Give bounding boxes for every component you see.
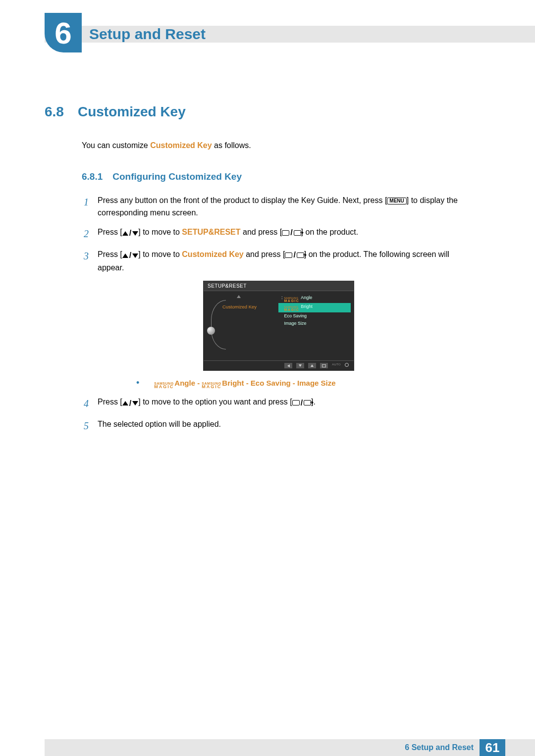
intro-pre: You can customize (82, 141, 150, 150)
opt-angle: Angle (174, 379, 195, 387)
select-enter-icon: / (292, 397, 311, 409)
samsung-magic-logo: SAMSUNG MAGIC (202, 383, 221, 388)
step2-mid2: and press [ (241, 228, 282, 236)
step-text: Press any button on the front of the pro… (98, 195, 476, 219)
osd-nav-enter (320, 363, 328, 368)
samsung-magic-logo: SAMSUNG MAGIC (154, 383, 174, 388)
osd-option-label: Image Size (284, 321, 307, 327)
up-icon (311, 364, 314, 367)
page-footer: 6 Setup and Reset 61 (45, 739, 535, 756)
osd-body: Customized Key : SAMSUNG MAGIC Angle (204, 291, 354, 360)
osd-left-panel: Customized Key (204, 291, 275, 360)
enter-icon (322, 364, 326, 367)
step-text: Press [/] to move to SETUP&RESET and pre… (98, 226, 476, 242)
step-2: 2 Press [/] to move to SETUP&RESET and p… (82, 226, 476, 242)
triangle-down-icon (132, 231, 138, 236)
step-number: 3 (82, 249, 89, 274)
osd-option-magic-bright: : SAMSUNG MAGIC Bright (278, 303, 351, 312)
select-enter-icon: / (282, 227, 301, 239)
section-title: Customized Key (78, 104, 186, 120)
osd-nav-down (296, 363, 304, 368)
step-number: 2 (82, 226, 89, 242)
subsection-number: 6.8.1 (82, 171, 103, 182)
enter-icon (294, 230, 301, 236)
step-text: The selected option will be applied. (98, 418, 476, 434)
subsection-title: Configuring Customized Key (112, 171, 242, 182)
section-intro: You can customize Customized Key as foll… (82, 140, 476, 151)
footer-chapter: 6 Setup and Reset (405, 743, 474, 752)
manual-page: Setup and Reset 6 6.8 Customized Key You… (0, 15, 535, 756)
osd-option-eco-saving: : Eco Saving (278, 312, 351, 320)
samsung-magic-logo: SAMSUNG MAGIC (284, 306, 300, 311)
up-down-icon: / (122, 227, 138, 240)
rect-icon (285, 252, 292, 258)
select-enter-icon: / (285, 249, 304, 261)
osd-nav-power (345, 363, 349, 368)
step-1: 1 Press any button on the front of the p… (82, 195, 476, 219)
step-3: 3 Press [/] to move to Customized Key an… (82, 249, 476, 274)
step-text: Press [/] to move to Customized Key and … (98, 249, 476, 274)
menu-button-icon: MENU (387, 198, 406, 204)
section-heading: 6.8 Customized Key (45, 104, 476, 120)
options-bullet: • SAMSUNG MAGIC Angle - SAMSUNG MAGIC Br… (136, 379, 476, 388)
enter-icon (304, 400, 311, 405)
osd-option-label: Bright (301, 304, 313, 310)
step3-mid2: and press [ (244, 250, 285, 258)
intro-bold: Customized Key (150, 141, 212, 150)
opt-bright: Bright (222, 379, 244, 387)
customized-key-label: Customized Key (182, 250, 243, 258)
subsection-heading: 6.8.1 Configuring Customized Key (82, 171, 476, 182)
step-text: Press [/] to move to the option you want… (98, 396, 476, 411)
step3-mid1: ] to move to (138, 250, 182, 258)
osd-nav-up (308, 363, 316, 368)
step3-pre: Press [ (98, 250, 122, 258)
setup-reset-label: SETUP&RESET (182, 228, 240, 236)
osd-options-panel: : SAMSUNG MAGIC Angle : SAMSUNG MAGIC (275, 291, 354, 360)
triangle-down-icon (132, 401, 138, 405)
chapter-header: Setup and Reset 6 (0, 15, 535, 54)
osd-colon: : (281, 295, 283, 301)
step-number: 4 (82, 396, 89, 411)
bullet-icon: • (136, 380, 139, 386)
osd-up-arrow-icon (237, 295, 241, 298)
options-list: SAMSUNG MAGIC Angle - SAMSUNG MAGIC Brig… (154, 379, 335, 388)
step-number: 5 (82, 418, 89, 434)
step-4: 4 Press [/] to move to the option you wa… (82, 396, 476, 411)
osd-nav-back (284, 363, 292, 368)
osd-navbar: AUTO (204, 360, 354, 370)
triangle-up-icon (122, 231, 128, 236)
page-number: 61 (480, 739, 505, 756)
chapter-title-bar: Setup and Reset (45, 26, 535, 43)
back-icon (287, 364, 290, 367)
opt-size: Image Size (297, 379, 336, 387)
steps-list: 1 Press any button on the front of the p… (82, 195, 476, 434)
step2-pre: Press [ (98, 228, 122, 236)
step-number: 1 (82, 195, 89, 219)
triangle-up-icon (122, 253, 128, 258)
up-down-icon: / (122, 398, 138, 410)
rect-icon (282, 230, 289, 236)
power-icon (345, 363, 349, 367)
rect-icon (292, 400, 300, 405)
osd-option-label: Angle (301, 295, 312, 301)
step-5: 5 The selected option will be applied. (82, 418, 476, 434)
opt-eco: Eco Saving (251, 379, 291, 387)
down-icon (299, 364, 302, 367)
chapter-number: 6 (54, 15, 71, 50)
osd-option-label: Eco Saving (284, 313, 307, 319)
osd-screenshot: SETUP&RESET Customized Key : SAMSUNG (203, 281, 354, 371)
enter-icon (297, 252, 304, 258)
osd-title: SETUP&RESET (204, 281, 354, 291)
triangle-up-icon (122, 401, 128, 405)
chapter-badge: 6 (45, 13, 82, 52)
osd-option-magic-angle: : SAMSUNG MAGIC Angle (278, 294, 351, 303)
step2-post: ] on the product. (301, 228, 359, 236)
section-number: 6.8 (45, 104, 64, 120)
step1-pre: Press any button on the front of the pro… (98, 196, 387, 204)
step2-mid1: ] to move to (138, 228, 182, 236)
samsung-magic-logo: SAMSUNG MAGIC (284, 297, 300, 302)
intro-post: as follows. (212, 141, 251, 150)
triangle-down-icon (132, 253, 138, 258)
step4-mid1: ] to move to the option you want and pre… (138, 398, 292, 406)
osd-nav-auto: AUTO (332, 363, 341, 368)
